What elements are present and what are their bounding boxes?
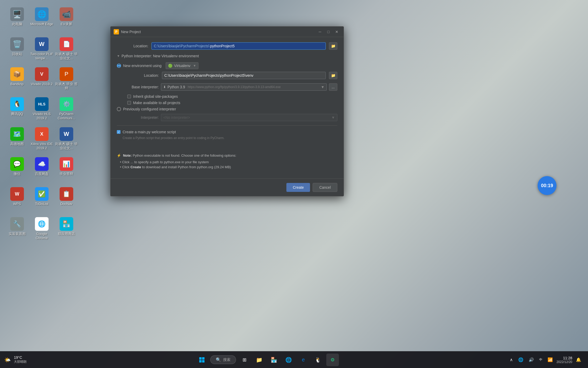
venv-location-input[interactable]: C:\Users\biaojie\PycharmProjects\pythonP… — [162, 72, 326, 79]
notification-icon[interactable]: 🔔 — [574, 356, 583, 363]
bullet-2: • Click Create to download and install P… — [117, 165, 337, 169]
taskbar-ie-button[interactable]: e — [297, 354, 309, 366]
new-environment-radio[interactable]: New environment using 🟢 Virtualenv ▼ — [117, 62, 337, 69]
location-browse-button[interactable]: 📁 — [329, 42, 337, 50]
timer-badge: 00:19 — [538, 176, 556, 195]
taskbar-appstore-button[interactable]: 🏪 — [267, 354, 280, 366]
new-environment-radio-circle — [117, 64, 121, 68]
virtualenv-dropdown-arrow: ▼ — [193, 64, 196, 68]
virtualenv-dropdown[interactable]: 🟢 Virtualenv ▼ — [166, 62, 198, 69]
svg-rect-0 — [199, 357, 202, 360]
cancel-button[interactable]: Cancel — [313, 183, 337, 192]
taskbar-edge-icon: 🌐 — [285, 357, 292, 363]
file-explorer-icon: 📁 — [256, 357, 262, 363]
taskbar-weather[interactable]: 🌤️ — [4, 357, 11, 363]
interpreter-dropdown-arrow: ▼ — [331, 115, 335, 120]
tray-volume-icon[interactable]: 🔊 — [527, 356, 536, 363]
note-body-text: Python executable is not found. Choose o… — [133, 154, 236, 157]
taskbar-center: 🔍 搜索 ⊞ 📁 🏪 🌐 e 🐧 ⚙ — [27, 354, 508, 366]
inherit-packages-checkbox-row[interactable]: Inherit global site-packages — [127, 94, 337, 99]
weather-temp: 19°C — [14, 355, 22, 360]
interpreter-section-title: Python Interpreter: New Virtualenv envir… — [122, 54, 199, 58]
no-interpreter-value: <No interpreter> — [163, 115, 190, 120]
new-env-settings: Location: C:\Users\biaojie\PycharmProjec… — [117, 72, 337, 105]
taskbar: 🌤️ 19°C 大部晴朗 🔍 搜索 ⊞ 📁 — [0, 351, 588, 368]
task-view-button[interactable]: ⊞ — [238, 354, 251, 366]
prev-configured-radio[interactable]: Previously configured interpreter — [117, 107, 337, 111]
close-button[interactable]: ✕ — [333, 29, 340, 35]
lightning-icon: ⚡ — [117, 154, 121, 157]
tray-expand-icon[interactable]: ∧ — [508, 356, 514, 363]
base-interpreter-select[interactable]: ⬇ Python 3.9 https://www.python.org/ftp/… — [161, 83, 327, 91]
create-script-note: Create a Python script that provides an … — [117, 136, 337, 140]
clock-time: 11:28 — [556, 356, 572, 360]
python-download-icon: ⬇ — [163, 85, 166, 89]
search-text: 搜索 — [223, 357, 230, 362]
make-available-checkbox-row[interactable]: Make available to all projects — [127, 101, 337, 105]
base-interpreter-label: Base interpreter: — [127, 85, 159, 89]
new-project-dialog: P New Project ─ □ ✕ Location: C:\Users\b… — [110, 26, 344, 196]
bullet-1: • Click ... to specify a path to python.… — [117, 160, 337, 164]
create-button[interactable]: Create — [286, 183, 310, 192]
venv-location-label: Location: — [127, 73, 159, 78]
svg-rect-3 — [202, 360, 204, 362]
interpreter-field-select[interactable]: <No interpreter> ▼ — [161, 114, 337, 121]
prev-configured-radio-circle — [117, 107, 121, 111]
venv-location-row: Location: C:\Users\biaojie\PycharmProjec… — [127, 72, 337, 79]
create-script-checkbox-row[interactable]: ✓ Create a main.py welcome script — [117, 130, 337, 134]
prev-interpreter-row: Interpreter: <No interpreter> ▼ — [117, 114, 337, 121]
taskbar-system-tray: ∧ 🌐 🔊 中 📶 11:28 2022/12/20 🔔 — [508, 356, 588, 364]
inherit-packages-label: Inherit global site-packages — [133, 94, 178, 99]
minimize-button[interactable]: ─ — [316, 29, 324, 35]
weather-desc: 大部晴朗 — [14, 360, 27, 364]
taskbar-clock[interactable]: 11:28 2022/12/20 — [556, 356, 572, 364]
virtualenv-label: Virtualenv — [174, 64, 190, 68]
dialog-footer: Create Cancel — [111, 178, 344, 196]
tray-wifi-icon[interactable]: 📶 — [546, 356, 554, 363]
make-available-label: Make available to all projects — [133, 101, 180, 105]
location-row: Location: C:\Users\biaojie\PycharmProjec… — [117, 42, 337, 50]
note-text: ⚡ Note: Python executable is not found. … — [117, 154, 337, 157]
taskbar-ie-icon: e — [302, 357, 305, 363]
location-input[interactable]: C:\Users\biaojie\PycharmProjects\pythonP… — [151, 42, 326, 50]
tray-lang-icon[interactable]: 中 — [538, 356, 544, 363]
taskbar-pycharm-button[interactable]: ⚙ — [326, 354, 339, 366]
dialog-titlebar: P New Project ─ □ ✕ — [111, 27, 344, 37]
svg-rect-2 — [199, 360, 202, 362]
tray-network-icon[interactable]: 🌐 — [517, 356, 525, 363]
base-interpreter-browse-button[interactable]: ... — [329, 83, 337, 91]
taskbar-search[interactable]: 🔍 搜索 — [210, 355, 236, 364]
inherit-packages-checkbox[interactable] — [127, 95, 131, 98]
pycharm-dialog-icon: P — [114, 29, 119, 34]
taskbar-qq-icon: 🐧 — [315, 357, 321, 363]
interpreter-section-header[interactable]: ▼ Python Interpreter: New Virtualenv env… — [117, 54, 337, 58]
dialog-body: Location: C:\Users\biaojie\PycharmProjec… — [111, 37, 344, 178]
file-explorer-button[interactable]: 📁 — [253, 354, 265, 366]
base-interpreter-value: Python 3.9 — [167, 85, 185, 89]
prev-configured-label: Previously configured interpreter — [123, 107, 176, 111]
clock-date: 2022/12/20 — [556, 360, 572, 364]
base-interpreter-url: https://www.python.org/ftp/python/3.9.13… — [188, 85, 281, 89]
create-script-checkbox[interactable]: ✓ — [117, 130, 120, 134]
note-section: ⚡ Note: Python executable is not found. … — [117, 150, 337, 173]
base-interpreter-dropdown-arrow: ▼ — [321, 85, 324, 89]
taskbar-pycharm-icon: ⚙ — [330, 357, 335, 363]
make-available-checkbox[interactable] — [127, 101, 131, 105]
location-label: Location: — [117, 44, 148, 48]
taskbar-weather-text: 19°C 大部晴朗 — [14, 355, 27, 364]
section-collapse-arrow: ▼ — [117, 54, 120, 58]
start-button[interactable] — [196, 354, 208, 366]
dialog-title: New Project — [121, 30, 141, 34]
taskbar-edge-button[interactable]: 🌐 — [282, 354, 295, 366]
venv-location-browse-button[interactable]: 📁 — [329, 72, 337, 79]
dialog-controls: ─ □ ✕ — [316, 29, 340, 35]
taskbar-left: 🌤️ 19°C 大部晴朗 — [0, 355, 27, 364]
taskbar-qq-button[interactable]: 🐧 — [312, 354, 324, 366]
taskbar-appstore-icon: 🏪 — [271, 357, 277, 363]
search-icon: 🔍 — [216, 357, 221, 362]
svg-rect-1 — [202, 357, 204, 360]
dialog-title-left: P New Project — [114, 29, 141, 34]
interpreter-field-label: Interpreter: — [127, 115, 159, 120]
dialog-overlay: P New Project ─ □ ✕ Location: C:\Users\b… — [0, 0, 588, 368]
maximize-button[interactable]: □ — [325, 29, 332, 35]
